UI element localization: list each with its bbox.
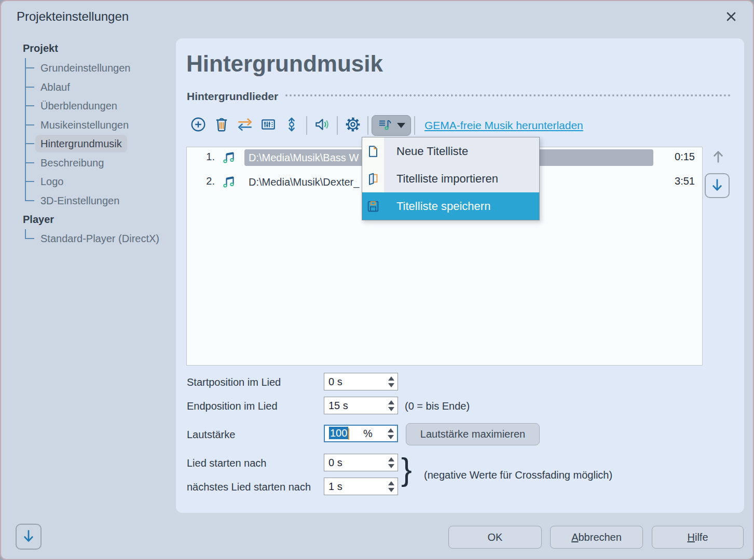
hintergrundmusik-panel: Hintergrundmusik Hintergrundlieder bbox=[176, 38, 744, 513]
mixer-icon bbox=[260, 116, 277, 135]
arrow-down-icon bbox=[21, 528, 36, 545]
next-song-value: 1 s bbox=[328, 481, 342, 493]
playlist-toolbar: GEMA-freie Musik herunterladen bbox=[186, 114, 583, 137]
next-song-input[interactable]: 1 s bbox=[324, 478, 398, 495]
menu-item-label: Neue Titelliste bbox=[384, 145, 468, 158]
sidebar-item-ueberblendungen[interactable]: Überblendungen bbox=[35, 97, 122, 115]
text-caret bbox=[348, 428, 349, 440]
spinner-arrows[interactable] bbox=[388, 373, 394, 390]
row-index: 2. bbox=[196, 175, 215, 187]
window-title: Projekteinstellungen bbox=[17, 9, 129, 24]
move-down-button[interactable] bbox=[705, 173, 730, 198]
song-duration: 0:15 bbox=[675, 151, 695, 163]
start-position-label: Startposition im Lied bbox=[187, 376, 281, 388]
tree-line bbox=[25, 229, 26, 239]
end-position-input[interactable]: 15 s bbox=[324, 397, 398, 414]
titlelist-menu-button[interactable] bbox=[372, 115, 411, 136]
arrow-down-icon bbox=[709, 177, 725, 194]
sidebar-item-3d-einstellungen[interactable]: 3D-Einstellungen bbox=[35, 192, 125, 209]
start-position-input[interactable]: 0 s bbox=[324, 373, 398, 390]
vertical-position-button[interactable] bbox=[280, 115, 303, 136]
sidebar-item-grundeinstellungen[interactable]: Grundeinstellungen bbox=[35, 59, 135, 77]
song-start-label: Lied starten nach bbox=[187, 457, 266, 469]
chevron-down-icon bbox=[397, 123, 405, 128]
spinner-arrows[interactable] bbox=[388, 397, 394, 414]
playlist-icon bbox=[377, 117, 393, 134]
close-icon bbox=[724, 10, 738, 25]
menu-item-label: Titelliste importieren bbox=[384, 172, 498, 186]
project-settings-dialog: Projekteinstellungen Projekt Grundeinste… bbox=[0, 0, 754, 560]
help-label-rest: ilfe bbox=[695, 531, 708, 543]
song-duration: 3:51 bbox=[675, 175, 695, 187]
delete-song-button[interactable] bbox=[210, 115, 233, 136]
help-accesskey: H bbox=[687, 531, 694, 543]
move-up-button[interactable] bbox=[706, 146, 731, 171]
toolbar-separator bbox=[337, 116, 338, 135]
speaker-icon bbox=[313, 116, 331, 135]
volume-label: Lautstärke bbox=[187, 429, 235, 441]
tree-line bbox=[25, 58, 26, 201]
menu-item-new-titlelist[interactable]: Neue Titelliste bbox=[362, 137, 539, 165]
toolbar-separator bbox=[306, 116, 307, 135]
help-button[interactable]: Hilfe bbox=[652, 526, 744, 549]
section-divider bbox=[285, 94, 731, 96]
volume-button[interactable] bbox=[310, 115, 334, 136]
ok-button[interactable]: OK bbox=[448, 526, 542, 549]
end-position-note: (0 = bis Ende) bbox=[405, 400, 470, 412]
add-song-button[interactable] bbox=[186, 115, 210, 136]
sidebar-item-standard-player[interactable]: Standard-Player (DirectX) bbox=[35, 230, 164, 247]
spinner-arrows[interactable] bbox=[388, 454, 394, 471]
song-path: D:\Media\Musik\Dexter_ bbox=[244, 174, 363, 190]
cancel-accesskey: A bbox=[571, 531, 578, 543]
song-start-value: 0 s bbox=[328, 457, 342, 469]
swap-arrows-icon bbox=[236, 116, 254, 135]
section-label: Hintergrundlieder bbox=[187, 90, 278, 103]
page-title: Hintergrundmusik bbox=[186, 51, 383, 77]
sidebar-item-musikeinstellungen[interactable]: Musikeinstellungen bbox=[35, 116, 134, 134]
song-start-input[interactable]: 0 s bbox=[324, 454, 398, 471]
menu-item-label: Titelliste speichern bbox=[384, 200, 490, 213]
import-document-icon bbox=[362, 172, 384, 186]
toolbar-separator bbox=[414, 116, 415, 135]
arrow-up-icon bbox=[710, 149, 726, 167]
cancel-label-rest: bbrechen bbox=[578, 531, 621, 543]
row-index: 1. bbox=[196, 151, 215, 163]
sidebar-item-beschreibung[interactable]: Beschreibung bbox=[35, 154, 109, 172]
sidebar-item-logo[interactable]: Logo bbox=[35, 173, 69, 190]
end-position-label: Endposition im Lied bbox=[187, 400, 278, 412]
crossfade-note: (negative Werte für Crossfading möglich) bbox=[424, 469, 612, 481]
titlelist-dropdown-menu: Neue Titelliste Titelliste importieren T… bbox=[362, 137, 540, 220]
trash-icon bbox=[213, 116, 230, 135]
sidebar-item-hintergrundmusik[interactable]: Hintergrundmusik bbox=[35, 135, 127, 152]
close-button[interactable] bbox=[722, 8, 741, 27]
crossfade-brace: } bbox=[401, 453, 412, 485]
toolbar-separator bbox=[367, 116, 368, 135]
maximize-volume-button[interactable]: Lautstärke maximieren bbox=[406, 423, 540, 445]
gear-icon bbox=[344, 116, 362, 135]
vertical-arrows-icon bbox=[283, 116, 300, 135]
swap-order-button[interactable] bbox=[233, 115, 256, 136]
gema-music-link[interactable]: GEMA-freie Musik herunterladen bbox=[424, 119, 583, 132]
cancel-button[interactable]: Abbrechen bbox=[550, 526, 643, 549]
end-position-value: 15 s bbox=[328, 400, 348, 412]
spinner-arrows[interactable] bbox=[388, 426, 394, 441]
collapse-dialog-button[interactable] bbox=[16, 524, 42, 550]
spinner-arrows[interactable] bbox=[388, 478, 394, 495]
menu-item-import-titlelist[interactable]: Titelliste importieren bbox=[362, 165, 539, 192]
volume-input[interactable]: 100 % bbox=[324, 425, 398, 442]
start-position-value: 0 s bbox=[328, 376, 342, 388]
mixer-button[interactable] bbox=[256, 115, 280, 136]
new-document-icon bbox=[362, 144, 384, 159]
music-note-icon bbox=[221, 174, 237, 192]
volume-unit: % bbox=[363, 428, 373, 440]
add-icon bbox=[190, 116, 207, 135]
volume-value: 100 bbox=[329, 427, 348, 439]
sidebar-item-ablauf[interactable]: Ablauf bbox=[35, 78, 75, 96]
save-document-icon bbox=[362, 199, 384, 214]
next-song-label: nächstes Lied starten nach bbox=[187, 481, 311, 493]
menu-item-save-titlelist[interactable]: Titelliste speichern bbox=[362, 192, 539, 220]
nav-header-projekt: Projekt bbox=[23, 43, 58, 54]
music-note-icon bbox=[221, 150, 237, 167]
settings-button[interactable] bbox=[341, 115, 364, 136]
nav-header-player: Player bbox=[23, 214, 54, 226]
